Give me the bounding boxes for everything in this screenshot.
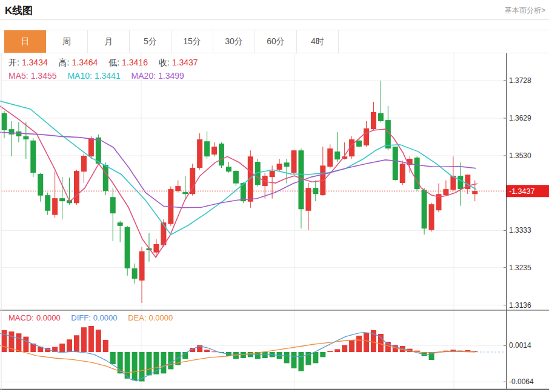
kline-chart-canvas[interactable]: 1.37281.36291.35301.33331.32351.31360.00… bbox=[0, 53, 549, 392]
candles bbox=[2, 81, 478, 303]
page-title: K线图 bbox=[5, 4, 33, 18]
tab-4时[interactable]: 4时 bbox=[297, 30, 339, 53]
kline-app: K线图 基本面分析> 日周月5分15分30分60分4时 1.37281.3629… bbox=[0, 0, 549, 392]
tab-月[interactable]: 月 bbox=[88, 30, 130, 53]
high-label: 高: bbox=[59, 58, 70, 67]
ma20-label: MA20: bbox=[131, 71, 156, 81]
ma10-label: MA10: bbox=[67, 71, 92, 81]
macd-histogram bbox=[2, 326, 478, 382]
macd-label: MACD: bbox=[8, 313, 34, 322]
tab-日[interactable]: 日 bbox=[4, 30, 46, 53]
ohlc-legend: 开:1.3434 高:1.3464 低:1.3416 收:1.3437 bbox=[8, 58, 201, 68]
close-label: 收: bbox=[159, 58, 170, 67]
title-divider bbox=[0, 19, 549, 20]
low-value: 1.3416 bbox=[122, 58, 148, 67]
svg-text:1.3530: 1.3530 bbox=[509, 151, 531, 160]
svg-text:1.3333: 1.3333 bbox=[509, 226, 531, 234]
svg-text:0.0014: 0.0014 bbox=[509, 341, 531, 350]
open-label: 开: bbox=[8, 58, 19, 67]
ma5-label: MA5: bbox=[8, 71, 28, 81]
svg-text:-0.0064: -0.0064 bbox=[509, 377, 534, 386]
tab-60分[interactable]: 60分 bbox=[255, 30, 297, 53]
tab-5分[interactable]: 5分 bbox=[130, 30, 171, 53]
close-value: 1.3437 bbox=[172, 58, 198, 67]
diff-label: DIFF: bbox=[71, 313, 91, 322]
tab-30分[interactable]: 30分 bbox=[213, 30, 255, 53]
axis-labels: 1.37281.36291.35301.33331.32351.31360.00… bbox=[504, 76, 534, 386]
ma5-value: 1.3455 bbox=[31, 71, 57, 81]
interval-tab-bar: 日周月5分15分30分60分4时 bbox=[0, 30, 549, 53]
dea-label: DEA: bbox=[128, 313, 146, 322]
open-value: 1.3434 bbox=[22, 58, 48, 67]
ma10-value: 1.3441 bbox=[95, 71, 121, 81]
svg-text:1.3629: 1.3629 bbox=[509, 114, 531, 122]
svg-text:1.3235: 1.3235 bbox=[509, 264, 531, 272]
tab-周[interactable]: 周 bbox=[46, 30, 88, 53]
tab-15分[interactable]: 15分 bbox=[171, 30, 213, 53]
ma5-line bbox=[0, 106, 477, 257]
diff-value: 0.0000 bbox=[93, 313, 118, 322]
svg-text:-1.3437: -1.3437 bbox=[509, 187, 534, 196]
ma-legend: MA5:1.3455 MA10:1.3441 MA20:1.3499 bbox=[8, 71, 187, 81]
fundamental-analysis-link[interactable]: 基本面分析> bbox=[505, 5, 545, 16]
svg-text:1.3136: 1.3136 bbox=[509, 301, 531, 310]
macd-legend: MACD:0.0000 DIFF:0.0000 DEA:0.0000 bbox=[8, 313, 175, 322]
low-label: 低: bbox=[108, 58, 119, 67]
dea-value: 0.0000 bbox=[149, 313, 173, 322]
high-value: 1.3464 bbox=[72, 58, 98, 67]
svg-text:1.3728: 1.3728 bbox=[509, 76, 531, 85]
ma20-value: 1.3499 bbox=[158, 71, 184, 81]
chart-area[interactable]: 1.37281.36291.35301.33331.32351.31360.00… bbox=[0, 53, 549, 392]
macd-value: 0.0000 bbox=[36, 313, 61, 322]
